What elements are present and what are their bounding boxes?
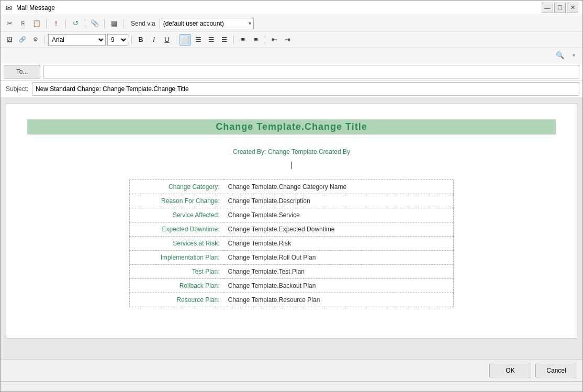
table-row: Rollback Plan:Change Template.Backout Pl… — [130, 279, 454, 293]
paste-button[interactable]: 📋 — [31, 18, 42, 29]
font-select[interactable]: Arial — [48, 34, 106, 46]
align-center-button[interactable]: ☰ — [193, 34, 204, 46]
bottom-bar: OK Cancel — [1, 359, 582, 381]
window-icon: ✉ — [5, 4, 13, 12]
send-via-label: Send via — [131, 20, 155, 27]
window-title: Mail Message — [16, 4, 542, 12]
options-button[interactable]: ▦ — [108, 18, 120, 29]
separator-4 — [104, 19, 105, 28]
to-input[interactable] — [43, 65, 579, 79]
fmt-sep-5 — [265, 35, 265, 44]
fmt-sep-2 — [131, 35, 132, 44]
maximize-button[interactable]: ☐ — [554, 3, 566, 13]
fmt-sep-3 — [176, 35, 176, 44]
numbered-list-button[interactable]: ≡ — [250, 34, 262, 46]
table-value-cell: Change Template.Roll Out Plan — [224, 251, 454, 265]
table-row: Service Affected:Change Template.Service — [130, 208, 454, 222]
minimize-button[interactable]: — — [542, 3, 553, 13]
table-row: Services at Risk:Change Template.Risk — [130, 237, 454, 251]
table-label-cell: Services at Risk: — [130, 237, 224, 251]
attachment-button[interactable]: 📎 — [89, 18, 100, 29]
send-via-select-wrap[interactable]: (default user account) — [160, 18, 254, 29]
title-bar-buttons: — ☐ ✕ — [542, 3, 578, 13]
title-bar: ✉ Mail Message — ☐ ✕ — [1, 1, 582, 15]
table-label-cell: Resource Plan: — [130, 293, 224, 307]
table-value-cell: Change Template.Expected Downtime — [224, 222, 454, 237]
table-row: Resource Plan:Change Template.Resource P… — [130, 293, 454, 307]
increase-indent-button[interactable]: ⇥ — [282, 34, 293, 46]
table-label-cell: Test Plan: — [130, 265, 224, 279]
table-value-cell: Change Template.Service — [224, 208, 454, 222]
email-title: Change Template.Change Title — [27, 119, 556, 135]
created-by-prefix: Created By: — [233, 148, 266, 155]
separator-3 — [85, 19, 85, 28]
table-value-cell: Change Template.Test Plan — [224, 265, 454, 279]
mail-message-window: ✉ Mail Message — ☐ ✕ ✂ ⎘ 📋 ! ↺ 📎 ▦ Send … — [0, 0, 583, 392]
bullet-list-button[interactable]: ≡ — [237, 34, 249, 46]
table-value-cell: Change Template.Change Category Name — [224, 180, 454, 194]
separator-2 — [65, 19, 66, 28]
format-toolbar: 🖼 🔗 ⚙ Arial 9 B I U ⬜ ☰ ☰ ☰ ≡ ≡ ⇤ ⇥ — [1, 32, 582, 48]
signature-button[interactable]: ⚙ — [30, 34, 41, 46]
copy-button[interactable]: ⎘ — [17, 18, 29, 29]
separator-5 — [124, 19, 124, 28]
separator-1 — [46, 19, 47, 28]
table-row: Reason For Change:Change Template.Descri… — [130, 194, 454, 208]
to-row: To... — [1, 63, 582, 81]
underline-button[interactable]: U — [161, 34, 173, 46]
align-left-button[interactable]: ⬜ — [180, 34, 191, 46]
fmt-sep-4 — [233, 35, 234, 44]
email-body-area[interactable]: Change Template.Change Title Created By:… — [1, 98, 582, 359]
size-select-wrap[interactable]: 9 — [107, 34, 128, 46]
table-row: Change Category:Change Template.Change C… — [130, 180, 454, 194]
delete-button[interactable]: ! — [50, 18, 62, 29]
size-select[interactable]: 9 — [107, 34, 128, 46]
align-right-button[interactable]: ☰ — [206, 34, 217, 46]
table-value-cell: Change Template.Risk — [224, 237, 454, 251]
table-label-cell: Expected Downtime: — [130, 222, 224, 237]
main-toolbar: ✂ ⎘ 📋 ! ↺ 📎 ▦ Send via (default user acc… — [1, 15, 582, 32]
table-label-cell: Change Category: — [130, 180, 224, 194]
undo-button[interactable]: ↺ — [70, 18, 81, 29]
ok-button[interactable]: OK — [489, 364, 531, 377]
email-details-table: Change Category:Change Template.Change C… — [129, 180, 454, 307]
table-row: Expected Downtime:Change Template.Expect… — [130, 222, 454, 237]
table-label-cell: Service Affected: — [130, 208, 224, 222]
status-bar — [1, 381, 582, 391]
email-created-by: Created By: Change Template.Created By — [27, 148, 556, 155]
subject-label: Subject: — [1, 85, 32, 93]
link-button[interactable]: 🔗 — [17, 34, 28, 46]
search-expand-button[interactable]: ▾ — [568, 50, 579, 61]
table-label-cell: Implementation Plan: — [130, 251, 224, 265]
bold-button[interactable]: B — [135, 34, 147, 46]
table-value-cell: Change Template.Backout Plan — [224, 279, 454, 293]
table-value-cell: Change Template.Resource Plan — [224, 293, 454, 307]
to-button[interactable]: To... — [4, 65, 40, 79]
created-by-value: Change Template.Created By — [268, 148, 350, 155]
cut-button[interactable]: ✂ — [4, 18, 15, 29]
cancel-button[interactable]: Cancel — [535, 364, 577, 377]
close-button[interactable]: ✕ — [567, 3, 578, 13]
align-justify-button[interactable]: ☰ — [219, 34, 230, 46]
send-via-select[interactable]: (default user account) — [160, 18, 254, 29]
subject-input[interactable] — [32, 82, 579, 96]
decrease-indent-button[interactable]: ⇤ — [268, 34, 280, 46]
italic-button[interactable]: I — [148, 34, 160, 46]
table-label-cell: Rollback Plan: — [130, 279, 224, 293]
fmt-sep-1 — [44, 35, 45, 44]
email-body[interactable]: Change Template.Change Title Created By:… — [6, 103, 577, 339]
email-cursor: | — [27, 161, 556, 169]
search-strip: 🔍 ▾ — [1, 48, 582, 63]
font-select-wrap[interactable]: Arial — [48, 34, 106, 46]
table-label-cell: Reason For Change: — [130, 194, 224, 208]
table-row: Implementation Plan:Change Template.Roll… — [130, 251, 454, 265]
search-button[interactable]: 🔍 — [554, 50, 566, 61]
table-row: Test Plan:Change Template.Test Plan — [130, 265, 454, 279]
table-value-cell: Change Template.Description — [224, 194, 454, 208]
image-button[interactable]: 🖼 — [4, 34, 15, 46]
subject-row: Subject: — [1, 81, 582, 98]
